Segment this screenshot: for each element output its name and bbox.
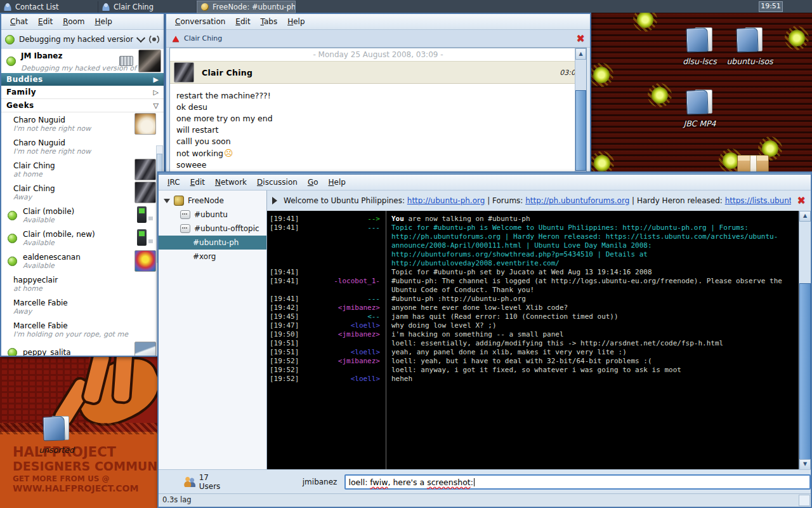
menu-item[interactable]: IRC [162, 177, 185, 188]
menu-item[interactable]: Help [90, 16, 117, 27]
users-button[interactable]: 17 Users [179, 471, 233, 493]
menu-item[interactable]: Network [210, 177, 252, 188]
conversation-window: ConversationEditTabsHelp Clair Ching ✖ -… [165, 13, 591, 174]
package-icon[interactable] [737, 155, 769, 173]
group-expander-icon[interactable] [154, 76, 159, 84]
menu-item[interactable]: Help [324, 177, 351, 188]
contact-group-row[interactable]: Geeks [1, 99, 164, 112]
irc-log-scrollbar[interactable]: ▲ ▼ [799, 211, 811, 470]
topic-link[interactable]: http://ph.ubuntuforums.org [525, 196, 629, 205]
contact-row[interactable]: peppy_salita [1, 341, 164, 356]
menu-item[interactable]: Chat [5, 16, 33, 27]
presence-icon [8, 234, 17, 243]
online-status-icon [6, 57, 16, 66]
nick-column: -locobot_1- [303, 277, 384, 295]
chevron-down-icon[interactable] [136, 34, 145, 43]
window-title: Contact List [15, 3, 59, 11]
tab-label: Clair Ching [184, 34, 222, 43]
desktop-icon-ubuntu-isos[interactable]: ubuntu-isos [721, 27, 778, 66]
wallpaper-glow-dot [785, 26, 809, 50]
expander-right-icon[interactable] [272, 197, 277, 204]
window-icon [201, 3, 209, 11]
contact-status: Away [13, 307, 129, 316]
contact-row[interactable]: Charo Nuguid I'm not here right now [1, 135, 164, 158]
channel-tree: FreeNode #ubuntu #ubuntu-offtopic #ubunt… [159, 190, 267, 470]
channel-row[interactable]: #ubuntu-offtopic [159, 222, 266, 236]
chat-message: calll you soon [176, 136, 586, 147]
desktop-icon-dlsu-lscs[interactable]: dlsu-lscs [671, 27, 728, 66]
status-selector[interactable]: Debugging my hacked version of f... [1, 30, 164, 50]
taskbar-window-tab[interactable]: Contact List [0, 1, 98, 13]
nick-column [303, 268, 384, 277]
contact-name: peppy_salita [23, 348, 129, 356]
chat-scrollbar[interactable]: ▲ [575, 48, 586, 172]
close-tab-button[interactable]: ✖ [577, 34, 585, 44]
channel-row[interactable]: #ubuntu [159, 208, 266, 222]
contact-row[interactable]: Marcelle Fabie I'm holding on your rope,… [1, 318, 164, 341]
sender-name: Clair Ching [202, 68, 252, 77]
group-expander-icon[interactable] [154, 88, 159, 97]
contact-row[interactable]: Clair (mobile) Available [1, 204, 164, 227]
irc-menubar: IRCEditNetworkDiscussionGoHelp [159, 175, 811, 190]
menu-item[interactable]: Edit [230, 16, 255, 27]
channel-row[interactable]: #ubuntu-ph [159, 236, 266, 250]
contact-row[interactable]: Clair Ching at home [1, 158, 164, 181]
tab-clair-ching[interactable]: Clair Ching [171, 34, 222, 43]
channel-row[interactable]: #xorg [159, 250, 266, 264]
timestamp: [19:50] [270, 330, 303, 339]
topic-link[interactable]: https://lists.ubuntu.com/archives/ubuntu… [725, 196, 791, 205]
wallpaper-glow-dot [648, 83, 672, 107]
contact-row[interactable]: happyeclair at home [1, 272, 164, 295]
taskbar-window-tab[interactable]: FreeNode: #ubuntu-ph [197, 1, 296, 13]
wallpaper-hand-finger [111, 357, 135, 404]
menu-item[interactable]: Go [303, 177, 324, 188]
desktop-icon-jbc-mp4[interactable]: JBC MP4 [671, 89, 728, 128]
nick-column: --- [303, 224, 384, 268]
resize-grip[interactable] [799, 495, 810, 506]
menu-item[interactable]: Tabs [256, 16, 283, 27]
broadcast-icon[interactable] [148, 34, 160, 45]
close-channel-button[interactable]: ✖ [797, 196, 806, 206]
menu-item[interactable]: Edit [33, 16, 58, 27]
folder-icon [685, 27, 714, 52]
nick-column [303, 339, 384, 348]
menu-item[interactable]: Conversation [170, 16, 230, 27]
server-row-freenode[interactable]: FreeNode [159, 194, 266, 208]
self-contact-row[interactable]: JM Ibanez Debugging my hacked version of… [1, 49, 164, 73]
scroll-up-button[interactable]: ▲ [799, 211, 811, 222]
sad-emoticon-icon [223, 149, 233, 158]
scrollbar-thumb[interactable] [575, 90, 586, 171]
menu-item[interactable]: Edit [185, 177, 210, 188]
window-icon [102, 3, 110, 11]
scroll-down-button[interactable]: ▼ [799, 459, 811, 470]
chat-message: restart the machine???! [176, 90, 586, 102]
group-expander-icon[interactable] [154, 102, 159, 110]
nick-column: --> [303, 215, 384, 224]
message-text: janm has quit (Read error: 110 (Connecti… [384, 312, 799, 321]
contact-row[interactable]: Clair Ching Away [1, 181, 164, 204]
contact-avatar [134, 204, 156, 226]
menu-item[interactable]: Room [58, 16, 89, 27]
menu-item[interactable]: Help [282, 16, 310, 27]
irc-log-line: [19:52] <jmibanez> loell: yeah, but i ha… [270, 357, 799, 366]
menu-item[interactable]: Discussion [252, 177, 303, 188]
contact-row[interactable]: Clair (mobile, new) Available [1, 227, 164, 250]
taskbar-window-tab[interactable]: Clair Ching [98, 1, 197, 13]
contact-row[interactable]: ealdenescanan Available [1, 250, 164, 272]
timestamp: [19:51] [270, 348, 303, 357]
desktop-icon-unsorted[interactable]: unsorted [28, 415, 85, 455]
message-input[interactable]: loell: fwiw, here's a screenshot: [344, 474, 811, 490]
scroll-up-button[interactable]: ▲ [575, 48, 586, 60]
keyboard-icon [119, 56, 133, 66]
folder-icon [42, 415, 71, 441]
contact-group-row[interactable]: Family [1, 86, 164, 99]
contact-group-row[interactable]: Buddies [1, 73, 164, 86]
scrollbar-thumb[interactable] [799, 283, 811, 460]
users-count: 17 Users [199, 473, 229, 491]
topic-link[interactable]: http://ubuntu-ph.org [407, 196, 485, 205]
self-avatar [138, 50, 161, 72]
expander-down-icon[interactable] [164, 199, 170, 203]
contact-row[interactable]: Marcelle Fabie Away [1, 295, 164, 318]
server-name: FreeNode [188, 196, 224, 205]
contact-row[interactable]: Charo Nuguid I'm not here right now [1, 112, 164, 135]
